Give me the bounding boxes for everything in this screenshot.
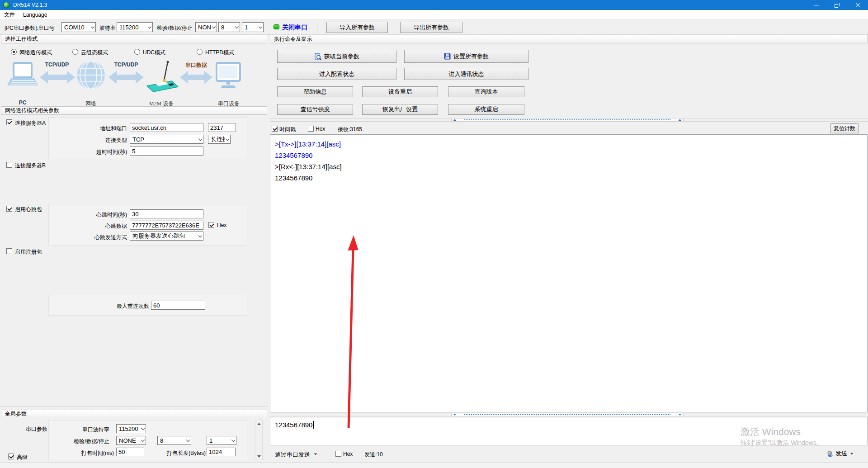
network-globe-icon xyxy=(77,61,105,89)
activate-windows-watermark: 激活 Windows xyxy=(741,425,801,438)
enter-config-button[interactable]: 进入配置状态 xyxy=(277,68,396,80)
packtime-input[interactable] xyxy=(116,448,144,456)
minimize-icon xyxy=(814,5,819,5)
serial-baud-select[interactable]: 115200 xyxy=(116,424,146,433)
radio-cloud-mode[interactable] xyxy=(72,49,78,55)
heartbeat-time-input[interactable] xyxy=(130,209,203,218)
get-params-button[interactable]: 获取当前参数 xyxy=(277,50,396,63)
timestamp-checkbox[interactable] xyxy=(272,126,278,132)
radio-net-transparent-label[interactable]: 网络透传模式 xyxy=(19,49,52,57)
port-open-led-icon xyxy=(274,24,279,29)
query-version-button[interactable]: 查询版本 xyxy=(448,86,524,97)
system-restart-button[interactable]: 系统重启 xyxy=(448,104,524,115)
send-splitter-handle[interactable] xyxy=(451,413,684,416)
timestamp-label[interactable]: 时间戳 xyxy=(279,126,296,133)
com-port-select[interactable]: COM10 xyxy=(61,22,96,32)
heartbeat-time-label: 心跳时间(秒) xyxy=(65,211,127,219)
menu-file[interactable]: 文件 xyxy=(0,10,19,19)
left-splitter[interactable] xyxy=(0,407,268,407)
heartbeat-checkbox[interactable] xyxy=(6,206,12,212)
log-splitter-handle[interactable] xyxy=(451,118,684,122)
dropdown-arrow-icon[interactable] xyxy=(314,454,317,455)
radio-udc-mode[interactable] xyxy=(134,49,140,55)
stopbits-select[interactable]: 1 xyxy=(242,22,264,32)
chevron-down-icon xyxy=(235,24,239,28)
baud-select[interactable]: 115200 xyxy=(117,22,153,32)
parity-select[interactable]: NONI xyxy=(195,22,217,32)
advanced-checkbox[interactable] xyxy=(8,454,14,459)
send-hex-label[interactable]: Hex xyxy=(343,451,353,457)
databits-select[interactable]: 8 xyxy=(218,22,240,32)
reset-count-button[interactable]: 复位计数 xyxy=(830,123,859,133)
radio-net-transparent-mode[interactable] xyxy=(11,49,17,55)
heartbeat-mode-select[interactable]: 向服务器发送心跳包 xyxy=(130,232,203,241)
close-port-button[interactable]: 关闭串口 xyxy=(282,24,307,32)
server-a-address-input[interactable] xyxy=(130,123,203,132)
arrow-left-right-icon xyxy=(40,71,75,84)
send-button[interactable]: 发送 xyxy=(827,449,863,459)
conn-type-select[interactable]: TCP xyxy=(130,135,203,144)
right-panel: 执行命令及提示 获取当前参数 设置所有参数 进入配置状态 进入通 xyxy=(270,35,868,462)
register-checkbox[interactable] xyxy=(6,248,12,254)
server-a-label[interactable]: 连接服务器A xyxy=(15,119,46,127)
restore-button[interactable] xyxy=(826,0,847,10)
timeout-input[interactable] xyxy=(130,147,203,156)
send-via-dropdown[interactable]: 通过串口发送 xyxy=(275,451,310,459)
radio-httpd-label[interactable]: HTTPD模式 xyxy=(205,49,234,57)
recv-count: 接收:3165 xyxy=(338,126,362,133)
status-bar xyxy=(0,462,868,468)
global-scrollbar[interactable] xyxy=(255,420,263,460)
activate-windows-hint: 转到“设置”以激活 Windows。 xyxy=(741,439,823,447)
server-a-port-input[interactable] xyxy=(208,123,236,132)
advanced-label[interactable]: 高级 xyxy=(17,454,28,461)
heartbeat-hex-label[interactable]: Hex xyxy=(217,222,226,228)
keepalive-select[interactable]: 长连接 xyxy=(208,135,231,144)
window-title: DR514 V2.1.3 xyxy=(13,2,47,8)
radio-udc-label[interactable]: UDC模式 xyxy=(143,49,165,57)
serial-parity-select[interactable]: NONE xyxy=(116,436,146,445)
log-hex-label[interactable]: Hex xyxy=(316,126,325,132)
import-params-button[interactable]: 导入所有参数 xyxy=(326,22,388,33)
scroll-up-button[interactable] xyxy=(255,420,262,427)
device-restart-button[interactable]: 设备重启 xyxy=(362,86,438,97)
log-line: >[Tx->][13:37:14][asc] xyxy=(275,138,863,150)
server-b-checkbox[interactable] xyxy=(6,162,12,168)
register-label[interactable]: 启用注册包 xyxy=(15,248,42,256)
enter-comm-button[interactable]: 进入通讯状态 xyxy=(404,68,528,80)
help-info-button[interactable]: 帮助信息 xyxy=(277,86,353,97)
radio-cloud-label[interactable]: 云组态模式 xyxy=(81,49,108,57)
work-mode-header: 选择工作模式 xyxy=(1,35,267,43)
radio-httpd-mode[interactable] xyxy=(197,49,203,55)
packlen-input[interactable] xyxy=(207,448,236,456)
log-hex-checkbox[interactable] xyxy=(308,126,314,132)
heartbeat-label[interactable]: 启用心跳包 xyxy=(15,206,42,213)
global-params-header: 全局参数 xyxy=(1,410,267,418)
heartbeat-hex-checkbox[interactable] xyxy=(208,222,214,228)
factory-reset-button[interactable]: 恢复出厂设置 xyxy=(362,104,438,115)
scroll-down-button[interactable] xyxy=(255,453,262,460)
reconnect-input[interactable] xyxy=(151,301,205,310)
minimize-button[interactable] xyxy=(806,0,826,10)
packtime-label: 打包时间(ms) xyxy=(69,449,114,457)
serial-params-label: 串口参数 xyxy=(18,425,47,433)
close-button[interactable] xyxy=(847,0,868,10)
toolbar-separator xyxy=(317,22,317,33)
log-line: 1234567890 xyxy=(275,150,863,161)
export-params-button[interactable]: 导出所有参数 xyxy=(400,22,462,33)
menu-language[interactable]: Language xyxy=(19,10,51,19)
set-params-button[interactable]: 设置所有参数 xyxy=(404,50,528,63)
server-b-label[interactable]: 连接服务器B xyxy=(15,162,46,170)
sent-count: 发送:10 xyxy=(364,451,383,459)
chevron-down-icon xyxy=(198,137,202,140)
heartbeat-data-input[interactable] xyxy=(130,221,203,230)
send-hex-checkbox[interactable] xyxy=(335,451,341,457)
packlen-label: 打包长度(Bytes) xyxy=(156,449,206,457)
server-a-checkbox[interactable] xyxy=(6,119,12,125)
serial-databits-select[interactable]: 8 xyxy=(157,436,191,445)
log-output-area[interactable]: >[Tx->][13:37:14][asc] 1234567890 >[Rx<-… xyxy=(270,134,868,412)
save-floppy-icon xyxy=(444,53,451,60)
app-window: DR514 V2.1.3 文件 Language [PC串口参数]:串口号 CO… xyxy=(0,0,868,468)
serial-stopbits-select[interactable]: 1 xyxy=(207,436,236,445)
chevron-down-icon xyxy=(231,438,235,441)
signal-strength-button[interactable]: 查信号强度 xyxy=(277,104,353,115)
